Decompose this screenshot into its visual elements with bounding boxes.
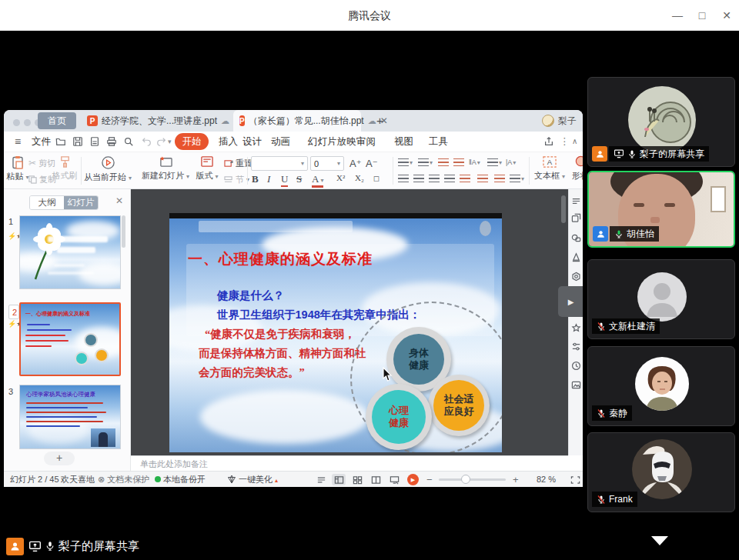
presenter-view-icon[interactable] (387, 474, 401, 485)
add-space-after-button[interactable] (494, 175, 505, 183)
shapes-icon[interactable] (570, 232, 582, 244)
notes-bar[interactable]: 单击此处添加备注 (131, 455, 568, 471)
add-space-before-button[interactable] (477, 175, 488, 183)
print-preview-icon[interactable] (122, 135, 135, 148)
editor-scrollbar[interactable] (561, 195, 566, 223)
decrease-font-button[interactable]: A⁻ (366, 158, 378, 169)
slide-2-thumbnail-selected[interactable]: 一、心理健康的涵义及标准 (19, 302, 121, 376)
increase-font-button[interactable]: A⁺ (349, 158, 362, 169)
align-left-button[interactable] (398, 175, 409, 183)
strikethrough-button[interactable]: S (296, 173, 302, 185)
zoom-slider-track[interactable] (439, 478, 506, 481)
section-button[interactable]: 节▾ (224, 172, 249, 186)
collapse-ribbon-icon[interactable]: ∧ (572, 132, 577, 152)
panel-scrollbar[interactable] (122, 215, 125, 248)
hamburger-icon[interactable]: ≡ (15, 132, 21, 152)
menu-insert[interactable]: 插入 (219, 132, 238, 152)
play-from-current-button[interactable]: 从当前开始 ▾ (85, 155, 130, 183)
current-slide[interactable]: 一、心理健康的涵义及标准 健康是什么？ 世界卫生组织于1948年在其宪章中指出：… (169, 213, 502, 452)
reading-view-icon[interactable] (369, 474, 383, 485)
menu-slideshow[interactable]: 幻灯片放映 (308, 132, 356, 152)
star-effects-icon[interactable] (570, 322, 582, 334)
participant-tile-sharer[interactable]: 梨子的屏幕共享 (587, 77, 735, 167)
participant-tile-4[interactable]: 秦静 (587, 346, 735, 426)
textbox-button[interactable]: A 文本框 ▾ (533, 155, 566, 182)
participant-tile-3[interactable]: 文新杜建清 (587, 259, 735, 339)
shape-button[interactable]: 形状 (569, 155, 583, 182)
scroll-participants-down[interactable] (651, 536, 668, 545)
bold-button[interactable]: B (252, 173, 259, 185)
tab-home[interactable]: 首页 (38, 112, 76, 129)
redo-icon[interactable] (155, 135, 168, 148)
settings-hexagon-icon[interactable] (570, 271, 582, 282)
clear-format-icon[interactable]: ◇ (370, 172, 383, 185)
numbered-list-button[interactable]: ▾ (418, 158, 433, 167)
line-spacing-button[interactable]: |A▾ (506, 158, 516, 166)
slide-1-thumbnail[interactable] (19, 215, 121, 289)
zoom-slider-thumb[interactable] (461, 475, 470, 484)
print-icon[interactable] (105, 135, 118, 148)
slideshow-play-button[interactable]: ▶ (407, 474, 419, 485)
increase-indent-button[interactable] (453, 158, 464, 167)
reset-button[interactable]: 重置 (224, 156, 252, 170)
tab-outline[interactable]: 大纲 (30, 196, 64, 209)
format-painter-button[interactable]: 格式刷 (52, 155, 78, 182)
bullet-list-button[interactable]: ▾ (398, 158, 413, 167)
maximize-button[interactable]: □ (690, 0, 714, 31)
zoom-out-button[interactable]: − (426, 472, 433, 487)
distribute-button[interactable] (460, 175, 470, 183)
local-backup-status[interactable]: 本地备份开 (155, 472, 206, 487)
add-slide-button[interactable]: + (44, 452, 75, 465)
close-button[interactable]: ✕ (714, 0, 739, 31)
duplicate-slide-icon[interactable] (570, 212, 582, 224)
slide-sorter-icon[interactable] (350, 474, 364, 485)
decrease-indent-button[interactable] (438, 158, 449, 167)
spacing-options-button[interactable]: ▾ (510, 175, 524, 183)
account-chip[interactable]: 梨子 (542, 110, 577, 132)
underline-button[interactable]: U (281, 173, 288, 187)
slide-3-thumbnail[interactable]: 心理学家杨凤池谈心理健康 (19, 385, 121, 449)
participant-tile-speaking[interactable]: 胡佳怡 (587, 171, 735, 248)
menu-tools[interactable]: 工具 (429, 132, 448, 152)
menu-file[interactable]: 文件 (32, 132, 51, 152)
align-center-button[interactable] (413, 175, 424, 183)
open-folder-icon[interactable] (55, 135, 67, 148)
more-menu-icon[interactable]: ⋮ (560, 132, 570, 152)
paste-button[interactable]: 粘贴 ▾ (5, 155, 30, 182)
text-direction-button[interactable]: ‖A▾ (469, 158, 480, 166)
font-size-select[interactable]: 0▾ (310, 156, 344, 171)
normal-view-icon[interactable] (332, 474, 346, 485)
save-icon[interactable] (72, 135, 84, 148)
undo-icon[interactable] (140, 135, 152, 148)
menu-review[interactable]: 审阅 (356, 132, 376, 152)
tab-slides[interactable]: 幻灯片 (64, 196, 98, 209)
menu-start-active[interactable]: 开始 (175, 133, 209, 150)
strip-menu-icon[interactable] (570, 195, 582, 207)
panel-close-icon[interactable]: ✕ (115, 195, 123, 206)
tab-document-2-active[interactable]: P （家长篇）常见...胡佳怡.ppt ☁ ✕ (233, 110, 361, 132)
superscript-button[interactable]: X² (336, 173, 345, 182)
text-effect-icon[interactable] (570, 252, 582, 263)
image-icon[interactable] (570, 379, 582, 391)
share-icon[interactable] (543, 135, 555, 148)
italic-button[interactable]: I (267, 173, 270, 185)
export-pdf-icon[interactable] (89, 135, 101, 148)
minimize-button[interactable]: — (665, 0, 690, 31)
font-family-select[interactable]: ▾ (251, 156, 308, 171)
menu-view[interactable]: 视图 (394, 132, 413, 152)
adjust-sliders-icon[interactable] (570, 341, 582, 352)
justify-button[interactable] (444, 175, 455, 183)
strip-expand-handle[interactable]: ▶ (558, 286, 583, 317)
notes-toggle-icon[interactable] (314, 474, 328, 485)
tab-document-1[interactable]: P 经济学院、文学...理讲座.ppt ☁ (81, 110, 243, 132)
paragraph-border-button[interactable]: ▾ (487, 158, 502, 167)
theme-name[interactable]: 欢天喜地 (61, 472, 95, 487)
beautify-button[interactable]: 一键美化 ▴ (227, 472, 278, 487)
menu-animation[interactable]: 动画 (271, 132, 290, 152)
layout-button[interactable]: 版式 ▾ (193, 155, 221, 182)
fullscreen-icon[interactable] (568, 474, 582, 485)
doc-protect-status[interactable]: ⊗ 文档未保护 (98, 472, 149, 487)
subscript-button[interactable]: X₂ (355, 173, 364, 182)
menu-design[interactable]: 设计 (242, 132, 262, 152)
more-dropdown-icon[interactable]: ▾ (168, 132, 172, 152)
